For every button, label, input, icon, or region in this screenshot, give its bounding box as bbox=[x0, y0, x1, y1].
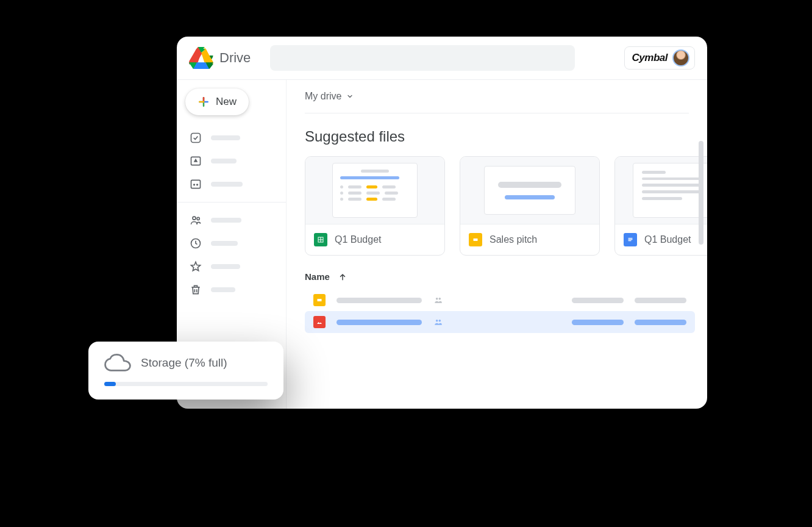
drive-logo-icon bbox=[189, 46, 213, 70]
sidebar-item-shared[interactable] bbox=[177, 210, 286, 231]
people-icon bbox=[189, 213, 202, 227]
svg-point-19 bbox=[197, 217, 199, 220]
svg-point-16 bbox=[193, 184, 195, 185]
list-item[interactable] bbox=[305, 289, 695, 311]
brand-label: Cymbal bbox=[632, 52, 668, 64]
scrollbar[interactable] bbox=[699, 141, 703, 245]
sidebar-item-trash[interactable] bbox=[177, 279, 286, 300]
slides-icon bbox=[313, 294, 326, 306]
chevron-down-icon bbox=[346, 93, 354, 100]
breadcrumb-label: My drive bbox=[305, 91, 341, 102]
svg-rect-23 bbox=[318, 299, 322, 301]
file-name: Q1 Budget bbox=[644, 234, 691, 245]
sidebar-item-mydrive[interactable] bbox=[177, 151, 286, 171]
suggested-card[interactable]: Q1 Budget bbox=[614, 156, 707, 256]
star-icon bbox=[189, 260, 202, 273]
svg-point-27 bbox=[439, 320, 441, 322]
storage-label: Storage (7% full) bbox=[141, 356, 227, 370]
storage-progress bbox=[104, 382, 268, 386]
sidebar-item-starred[interactable] bbox=[177, 256, 286, 277]
arrow-up-icon bbox=[338, 273, 347, 281]
column-name: Name bbox=[305, 271, 330, 282]
search-input[interactable] bbox=[270, 45, 575, 71]
main-content: My drive Suggested files bbox=[287, 80, 707, 409]
suggested-card[interactable]: Q1 Budget bbox=[305, 156, 445, 256]
svg-rect-13 bbox=[191, 134, 201, 143]
svg-point-26 bbox=[436, 320, 438, 322]
account-chip[interactable]: Cymbal bbox=[624, 46, 695, 70]
file-list bbox=[305, 289, 707, 333]
shared-drives-icon bbox=[189, 177, 202, 191]
sidebar-item-shareddrives[interactable] bbox=[177, 174, 286, 195]
clock-icon bbox=[189, 237, 202, 250]
sheets-icon bbox=[314, 233, 327, 246]
list-item[interactable] bbox=[305, 311, 695, 333]
svg-rect-22 bbox=[474, 238, 478, 241]
slides-icon bbox=[469, 233, 482, 246]
app-title: Drive bbox=[219, 50, 251, 66]
plus-icon bbox=[198, 96, 210, 108]
breadcrumb[interactable]: My drive bbox=[305, 91, 689, 113]
people-icon bbox=[433, 318, 444, 326]
suggested-title: Suggested files bbox=[305, 128, 707, 145]
suggested-card[interactable]: Sales pitch bbox=[460, 156, 600, 256]
svg-point-24 bbox=[436, 298, 438, 300]
cloud-icon bbox=[104, 354, 131, 372]
image-icon bbox=[313, 316, 326, 328]
avatar bbox=[672, 49, 689, 66]
trash-icon bbox=[189, 283, 202, 296]
sidebar-item-recent[interactable] bbox=[177, 233, 286, 254]
docs-icon bbox=[624, 233, 637, 246]
suggested-cards: Q1 Budget Sales pitch bbox=[305, 156, 707, 256]
svg-rect-15 bbox=[191, 180, 201, 188]
sidebar-item-priority[interactable] bbox=[177, 127, 286, 148]
new-button-label: New bbox=[216, 96, 237, 108]
drive-logo[interactable]: Drive bbox=[189, 46, 251, 70]
svg-point-18 bbox=[193, 217, 196, 220]
file-name: Sales pitch bbox=[490, 234, 537, 245]
drive-folder-icon bbox=[189, 154, 202, 168]
svg-point-25 bbox=[439, 298, 441, 300]
new-button[interactable]: New bbox=[185, 88, 249, 115]
app-header: Drive Cymbal bbox=[177, 37, 707, 80]
people-icon bbox=[433, 296, 444, 304]
svg-point-17 bbox=[196, 184, 198, 185]
storage-card[interactable]: Storage (7% full) bbox=[88, 342, 283, 400]
list-header[interactable]: Name bbox=[305, 271, 689, 282]
check-square-icon bbox=[189, 131, 202, 145]
file-name: Q1 Budget bbox=[335, 234, 382, 245]
